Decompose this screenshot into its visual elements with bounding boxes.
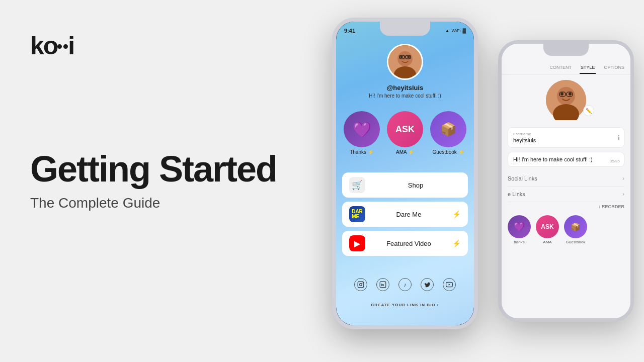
guestbook-icon: 📦 — [430, 111, 466, 147]
tab-options[interactable]: OPTIONS — [603, 62, 625, 74]
e-links-label: e Links — [508, 191, 525, 197]
front-avatar-illustration — [388, 45, 422, 78]
thanks-app-btn[interactable]: 💜 Thanks ⚡ — [342, 111, 381, 155]
title-section: Getting Started The Complete Guide — [30, 151, 307, 211]
left-section: koi Getting Started The Complete Guide — [30, 30, 307, 211]
app-buttons-row: 💜 Thanks ⚡ ASK AMA ⚡ 📦 Guestbook ⚡ — [342, 111, 468, 155]
e-links-row[interactable]: e Links › — [508, 187, 624, 202]
shop-label: Shop — [370, 182, 461, 189]
shop-icon-bg: 🛒 — [349, 177, 365, 193]
svg-point-11 — [400, 56, 403, 58]
ask-app-btn[interactable]: ASK AMA ⚡ — [385, 111, 425, 155]
mini-guestbook-icon: 📦 — [564, 215, 587, 238]
logo-text: koi — [30, 31, 74, 60]
social-icons-row: in ♪ — [336, 278, 474, 291]
svg-marker-21 — [449, 284, 450, 286]
svg-text:in: in — [381, 283, 384, 287]
dare-label: Dare Me — [370, 211, 447, 218]
phone-back: CONTENT STYLE OPTIONS — [498, 40, 634, 322]
back-avatar — [546, 80, 586, 120]
bio-value: Hi! I'm here to make cool stuff! :) — [513, 156, 619, 162]
yt-icon-bg: ▶ — [349, 235, 365, 251]
dare-icon: DARME — [349, 206, 365, 222]
mini-app-ask: ASK AMA — [536, 215, 559, 244]
instagram-icon[interactable] — [354, 278, 367, 291]
guestbook-label: Guestbook ⚡ — [432, 149, 464, 155]
back-notch — [543, 44, 589, 56]
svg-point-18 — [362, 283, 363, 283]
phone-back-inner: CONTENT STYLE OPTIONS — [502, 44, 630, 318]
profile-area: @heyitsluis Hi! I'm here to make cool st… — [336, 44, 474, 99]
ask-label: AMA ⚡ — [396, 149, 414, 155]
mini-thanks-label: hanks — [514, 240, 524, 244]
status-time: 9:41 — [344, 28, 355, 34]
list-items: 🛒 Shop DARME Dare Me ⚡ — [342, 172, 468, 256]
mini-app-thanks: 💜 hanks — [508, 215, 531, 244]
phones-container: CONTENT STYLE OPTIONS — [302, 0, 644, 362]
mini-ask-label: AMA — [543, 240, 551, 244]
status-bar: 9:41 ▲WiFi▓ — [344, 26, 466, 36]
page-subtitle: The Complete Guide — [30, 195, 307, 211]
featured-video-label: Featured Video — [370, 240, 447, 247]
youtube-icon: ▶ — [349, 235, 365, 251]
twitter-icon[interactable] — [421, 278, 434, 291]
mini-guestbook-label: Guestbook — [566, 240, 586, 244]
mini-app-guestbook: 📦 Guestbook — [564, 215, 587, 244]
info-icon: ℹ — [617, 134, 620, 142]
featured-video-list-item[interactable]: ▶ Featured Video ⚡ — [342, 231, 468, 256]
status-icons: ▲WiFi▓ — [445, 28, 466, 33]
shop-icon: 🛒 — [349, 177, 365, 193]
chevron-right-icon: › — [622, 175, 624, 182]
front-bio: Hi! I'm here to make cool stuff! :) — [369, 93, 441, 99]
mini-ask-icon: ASK — [536, 215, 559, 238]
username-field[interactable]: username heyitsluis ℹ — [508, 127, 624, 148]
reorder-button[interactable]: ↕ REORDER — [508, 202, 624, 211]
guestbook-app-btn[interactable]: 📦 Guestbook ⚡ — [429, 111, 468, 155]
dare-icon-bg: DARME — [349, 206, 365, 222]
svg-point-17 — [360, 284, 362, 286]
svg-point-4 — [569, 93, 572, 96]
shop-list-item[interactable]: 🛒 Shop — [342, 172, 468, 198]
mini-thanks-icon: 💜 — [508, 215, 531, 238]
linkedin-icon[interactable]: in — [376, 278, 389, 291]
tab-style[interactable]: STYLE — [580, 62, 596, 74]
thanks-label: Thanks ⚡ — [350, 149, 374, 155]
back-avatar-row: ✏️ — [508, 80, 624, 120]
dare-list-item[interactable]: DARME Dare Me ⚡ — [342, 202, 468, 227]
tab-content[interactable]: CONTENT — [548, 62, 573, 74]
svg-rect-16 — [358, 282, 364, 288]
bio-field[interactable]: Hi! I'm here to make cool stuff! :) 35/8… — [508, 152, 624, 167]
front-avatar — [387, 44, 423, 80]
bio-count: 35/85 — [610, 159, 620, 163]
logo: koi — [30, 30, 307, 60]
social-links-row[interactable]: Social Links › — [508, 171, 624, 187]
username-value: heyitsluis — [513, 137, 619, 143]
social-links-label: Social Links — [508, 175, 537, 182]
ask-icon: ASK — [387, 111, 423, 147]
avatar-illustration — [546, 80, 586, 120]
cta-text[interactable]: CREATE YOUR LINK IN BIO › — [336, 303, 474, 307]
youtube-social-icon[interactable] — [443, 278, 456, 291]
svg-point-3 — [560, 93, 564, 96]
edit-icon[interactable]: ✏️ — [583, 105, 594, 116]
chevron-right-icon-2: › — [622, 191, 624, 198]
svg-point-12 — [408, 56, 410, 58]
back-phone-tabs: CONTENT STYLE OPTIONS — [502, 62, 630, 74]
phone-front: 9:41 ▲WiFi▓ — [332, 18, 478, 329]
page-title: Getting Started — [30, 151, 307, 187]
username-label: username — [513, 132, 619, 136]
featured-video-lightning-icon: ⚡ — [452, 239, 461, 247]
thanks-icon: 💜 — [344, 111, 380, 147]
dare-lightning-icon: ⚡ — [452, 210, 461, 218]
mini-apps-row: 💜 hanks ASK AMA 📦 Guestbo — [508, 215, 624, 244]
front-username: @heyitsluis — [387, 84, 424, 92]
phone-front-inner: 9:41 ▲WiFi▓ — [336, 22, 474, 325]
tiktok-icon[interactable]: ♪ — [398, 278, 412, 291]
back-phone-content: ✏️ username heyitsluis ℹ Hi! I'm here to… — [502, 80, 630, 244]
